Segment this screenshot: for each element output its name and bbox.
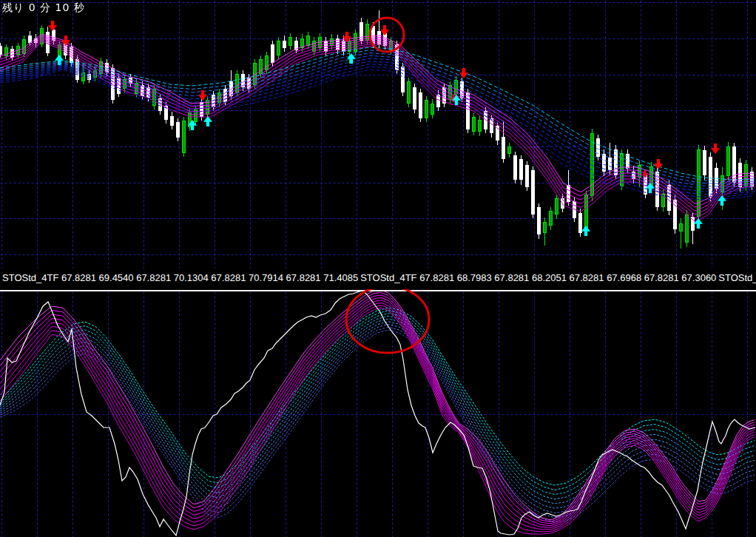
indicator-values-bar: STOStd_4TF 67.8281 69.4540 67.8281 70.13… [0,268,756,289]
indicator-segment: STOStd_4T [716,272,756,283]
indicator-segment: STOStd_4TF 67.8281 68.7983 67.8281 68.20… [358,272,716,283]
candle-countdown-timer: 残り 0 分 10 秒 [2,1,85,15]
mt4-chart-window: 残り 0 分 10 秒 STOStd_4TF 67.8281 69.4540 6… [0,0,756,537]
indicator-segment: STOStd_4TF 67.8281 69.4540 67.8281 70.13… [0,272,358,283]
